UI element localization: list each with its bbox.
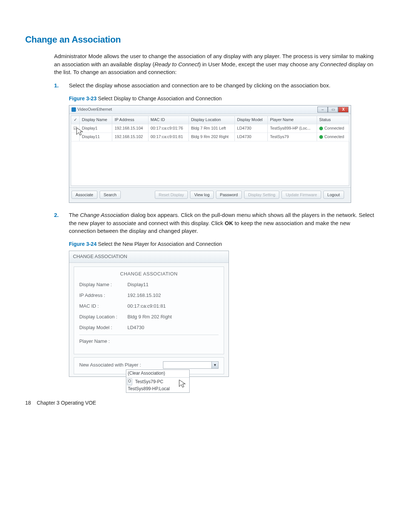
- intro-text-2: ) in User Mode, except the user may choo…: [199, 61, 320, 67]
- row2-model: LD4730: [234, 133, 267, 141]
- status-connected-icon: [319, 127, 323, 130]
- window-button-bar: Associate Search Reset Display View log …: [69, 187, 351, 203]
- search-button[interactable]: Search: [100, 191, 121, 199]
- row1-model: LD4730: [234, 124, 267, 133]
- col-display-location: Display Location: [189, 116, 234, 124]
- step-2: 2. The Change Association dialog box app…: [54, 211, 375, 235]
- display-model-label: Display Model :: [79, 324, 127, 331]
- display-location-value: Bldg 9 Rm 202 Right: [127, 314, 219, 321]
- window-close-button[interactable]: X: [338, 107, 349, 113]
- row1-status-text: Connected: [324, 126, 344, 130]
- dropdown-option-clear[interactable]: (Clear Association): [126, 370, 189, 377]
- col-display-model: Display Model: [234, 116, 267, 124]
- section-title: Change an Association: [25, 33, 375, 46]
- dialog-titlebar: CHANGE ASSOCIATION: [69, 251, 229, 263]
- display-name-value: Display11: [127, 281, 219, 288]
- dialog-info-frame: CHANGE ASSOCIATION Display Name :Display…: [74, 267, 224, 354]
- col-mac-id: MAC ID: [148, 116, 189, 124]
- row1-player: TestSys899-HP (Loc...: [268, 124, 317, 133]
- figure-3-23-label: Figure 3-23: [69, 96, 97, 101]
- password-button[interactable]: Password: [216, 191, 242, 199]
- hp-icon: [71, 107, 76, 112]
- display-model-value: LD4730: [127, 324, 219, 331]
- figure-3-24-text: Select the New Player for Association an…: [97, 241, 222, 247]
- step-1-number: 1.: [54, 81, 69, 90]
- step-2-text: The Change Association dialog box appear…: [69, 211, 375, 235]
- mac-id-label: MAC ID :: [79, 303, 127, 310]
- update-firmware-button[interactable]: Update Firmware: [281, 191, 321, 199]
- player-name-value: [127, 338, 219, 345]
- row2-status-text: Connected: [324, 134, 344, 139]
- view-log-button[interactable]: View log: [190, 191, 213, 199]
- new-associated-player-label: New Associated with Player :: [79, 362, 141, 369]
- display-name-label: Display Name :: [79, 281, 127, 288]
- col-ip-address: IP Address: [112, 116, 148, 124]
- table-empty-area: [71, 141, 349, 186]
- page-footer: 18 Chapter 3 Operating VOE: [25, 399, 375, 406]
- page-number: 18: [25, 400, 31, 406]
- dialog-lower-frame: New Associated with Player : ▼ (Clear As…: [74, 357, 224, 374]
- row2-name: Display11: [80, 133, 112, 141]
- cursor-icon: [76, 127, 84, 137]
- figure-3-23-text: Select Display to Change Association and…: [97, 96, 222, 101]
- row2-player: TestSys79: [268, 133, 317, 141]
- display-setting-button[interactable]: Display Setting: [244, 191, 279, 199]
- intro-italic-2: Connected: [320, 61, 347, 67]
- step-2-text-1: The: [69, 212, 80, 218]
- step-1: 1. Select the display whose association …: [54, 81, 375, 90]
- step-1-text: Select the display whose association and…: [69, 81, 375, 90]
- chevron-down-icon[interactable]: ▼: [211, 362, 218, 368]
- videoOverEthernet-window: VideoOverEthernet – ▭ X ✓ Display Name I…: [69, 105, 351, 203]
- row1-ip: 192.168.15.104: [112, 124, 148, 133]
- display-location-label: Display Location :: [79, 314, 127, 321]
- row1-status: Connected: [317, 124, 349, 133]
- ip-address-value: 192.168.15.102: [127, 292, 219, 299]
- player-name-label: Player Name :: [79, 338, 127, 345]
- window-maximize-button[interactable]: ▭: [328, 107, 338, 113]
- row2-mac: 00:17:ca:c9:01:81: [148, 133, 189, 141]
- status-connected-icon: [319, 135, 323, 139]
- step-2-bold-1: OK: [225, 220, 233, 226]
- player-combobox[interactable]: ▼: [163, 361, 219, 369]
- step-2-number: 2.: [54, 211, 69, 235]
- ip-address-label: IP Address :: [79, 292, 127, 299]
- col-display-name: Display Name: [80, 116, 112, 124]
- row1-mac: 00:17:ca:c9:01:76: [148, 124, 189, 133]
- col-check: ✓: [71, 116, 80, 124]
- reset-display-button[interactable]: Reset Display: [155, 191, 188, 199]
- ok-button[interactable]: O: [127, 378, 132, 385]
- window-title: VideoOverEthernet: [77, 107, 112, 113]
- row2-loc: Bldg 9 Rm 202 Right: [189, 133, 234, 141]
- col-player-name: Player Name: [268, 116, 317, 124]
- logout-button[interactable]: Logout: [323, 191, 344, 199]
- associate-button[interactable]: Associate: [71, 191, 97, 199]
- table-row[interactable]: Display11 192.168.15.102 00:17:ca:c9:01:…: [71, 133, 349, 141]
- row2-ip: 192.168.15.102: [112, 133, 148, 141]
- footer-text: Chapter 3 Operating VOE: [37, 400, 96, 406]
- window-minimize-button[interactable]: –: [317, 107, 328, 113]
- intro-italic-1: Ready to Connect: [154, 61, 199, 67]
- figure-3-24-caption: Figure 3-24 Select the New Player for As…: [69, 240, 375, 248]
- window-titlebar: VideoOverEthernet – ▭ X: [69, 106, 351, 114]
- figure-3-23-caption: Figure 3-23 Select Display to Change Ass…: [69, 95, 375, 102]
- cursor-icon: [179, 379, 187, 389]
- figure-3-24-label: Figure 3-24: [69, 241, 97, 247]
- dialog-inner-title: CHANGE ASSOCIATION: [79, 271, 219, 278]
- step-2-italic-1: Change Association: [80, 212, 129, 218]
- change-association-dialog: CHANGE ASSOCIATION CHANGE ASSOCIATION Di…: [69, 251, 229, 377]
- mac-id-value: 00:17:ca:c9:01:81: [127, 303, 219, 310]
- table-row[interactable]: ☑ Display1 192.168.15.104 00:17:ca:c9:01…: [71, 124, 349, 133]
- col-status: Status: [317, 116, 349, 124]
- intro-paragraph: Administrator Mode allows the user to ch…: [54, 52, 375, 76]
- displays-table: ✓ Display Name IP Address MAC ID Display…: [71, 116, 349, 141]
- row1-loc: Bldg 7 Rm 101 Left: [189, 124, 234, 133]
- row2-status: Connected: [317, 133, 349, 141]
- row1-name: Display1: [80, 124, 112, 133]
